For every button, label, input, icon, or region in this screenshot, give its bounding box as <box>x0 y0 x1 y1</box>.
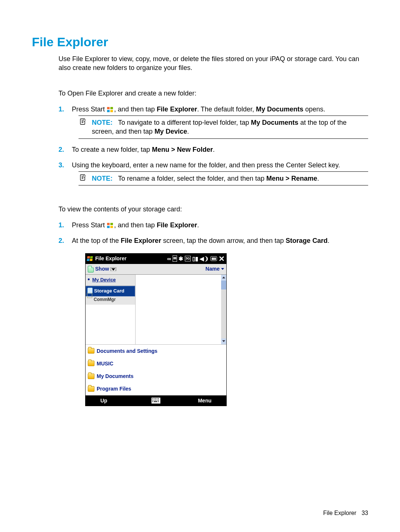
scrollbar[interactable] <box>221 275 226 344</box>
step3: Using the keyboard, enter a new name for… <box>59 160 368 185</box>
svg-rect-11 <box>157 400 157 401</box>
sec2-step2: At the top of the File Explorer screen, … <box>59 236 368 406</box>
tree-truncated: CommMgr <box>86 297 135 304</box>
note-label: NOTE: <box>92 119 113 126</box>
softkey-menu[interactable]: Menu <box>198 397 211 404</box>
file-label: Documents and Settings <box>97 347 157 355</box>
s2s2-b: File Explorer <box>121 237 161 244</box>
tree-selected[interactable]: Storage Card <box>86 286 135 297</box>
s2s1-a: Press Start <box>72 221 107 229</box>
scroll-thumb[interactable] <box>221 281 226 290</box>
list-item[interactable]: Documents and Settings <box>86 344 226 357</box>
file-label: MUSIC <box>97 360 113 367</box>
list-item[interactable]: Program Files <box>86 382 226 395</box>
windows-flag-icon <box>107 107 114 112</box>
step2-text-c: . <box>213 146 215 153</box>
device-titlebar: File Explorer ∞ ✉ ✱ 3G ▯▮ ◀❩ ▮▮▮ ✕ <box>86 254 226 264</box>
svg-rect-14 <box>154 401 157 402</box>
chevron-up-icon <box>222 277 225 278</box>
file-list <box>135 275 226 344</box>
sd-card-icon <box>88 266 94 272</box>
file-label: Program Files <box>97 385 131 392</box>
step2-text-a: To create a new folder, tap <box>72 146 152 153</box>
keyboard-icon[interactable] <box>151 398 160 404</box>
section2-lead: To view the contents of your storage car… <box>59 205 368 214</box>
device-screenshot: File Explorer ∞ ✉ ✱ 3G ▯▮ ◀❩ ▮▮▮ ✕ <box>85 253 227 406</box>
sec2-step1: Press Start , and then tap File Explorer… <box>59 220 368 230</box>
svg-rect-12 <box>158 400 159 401</box>
svg-rect-6 <box>157 398 157 399</box>
note2-text-c: . <box>317 175 319 182</box>
note-label: NOTE: <box>92 175 113 182</box>
network-3g-icon: 3G <box>185 256 191 261</box>
note-1: NOTE: To navigate to a different top-lev… <box>79 116 368 139</box>
folder-icon <box>88 386 94 392</box>
step3-text: Using the keyboard, enter a new name for… <box>72 161 340 169</box>
scroll-up-button[interactable] <box>221 275 226 281</box>
show-label: Show <box>95 265 109 272</box>
show-dropdown[interactable]: Show <box>88 265 116 272</box>
step2-bold: Menu > New Folder <box>152 146 213 153</box>
step1-bold-1: File Explorer <box>157 106 197 113</box>
bullet-icon <box>88 278 90 280</box>
footer-label: File Explorer <box>323 510 356 516</box>
s2s1-c: File Explorer <box>157 221 197 229</box>
step1-text-f: opens. <box>303 106 325 113</box>
intro-paragraph: Use File Explorer to view, copy, move, o… <box>59 54 368 73</box>
step1-bold-2: My Documents <box>256 106 303 113</box>
folder-tree: My Device Storage Card CommMgr <box>86 275 135 344</box>
connectivity-icon: ∞ <box>167 255 171 263</box>
dropdown-arrow-icon <box>110 267 116 271</box>
softkey-bar: Up Menu <box>86 395 226 406</box>
scroll-down-button[interactable] <box>221 338 226 344</box>
list-item[interactable]: My Documents <box>86 370 226 382</box>
softkey-up[interactable]: Up <box>100 397 107 404</box>
volume-icon: ◀❩ <box>200 255 209 263</box>
svg-rect-10 <box>155 400 156 401</box>
list-item[interactable]: MUSIC <box>86 357 226 370</box>
step1: Press Start , and then tap File Explorer… <box>59 104 368 139</box>
tree-root[interactable]: My Device <box>86 275 135 286</box>
start-flag-icon[interactable] <box>87 256 93 261</box>
s2s2-e: . <box>327 237 329 244</box>
s2s1-d: . <box>197 221 199 229</box>
svg-rect-8 <box>152 400 153 401</box>
mail-icon: ✉ <box>173 255 177 262</box>
tree-root-label: My Device <box>92 277 116 282</box>
signal-icon: ▯▮ <box>192 255 198 263</box>
tree-trunc-label: CommMgr <box>94 297 116 302</box>
page-number: 33 <box>361 510 368 516</box>
step1-text-d: . The default folder, <box>197 106 256 113</box>
note1-bold-1: My Documents <box>251 119 299 126</box>
battery-icon: ▮▮▮ <box>210 256 217 261</box>
tree-selected-label: Storage Card <box>94 288 124 294</box>
note-icon <box>79 174 87 181</box>
note-icon <box>79 118 87 126</box>
windows-flag-icon <box>107 223 114 228</box>
step1-text-b: , and then tap <box>114 106 157 113</box>
svg-rect-4 <box>154 398 154 399</box>
svg-rect-3 <box>152 398 153 399</box>
folder-icon <box>87 293 92 298</box>
file-label: My Documents <box>97 372 134 380</box>
s2s2-a: At the top of the <box>72 237 121 244</box>
device-title: File Explorer <box>95 255 127 262</box>
folder-icon <box>88 361 94 366</box>
step2: To create a new folder, tap Menu > New F… <box>59 145 368 154</box>
name-label: Name <box>206 265 220 272</box>
svg-rect-7 <box>158 398 159 399</box>
svg-rect-15 <box>158 401 159 402</box>
bluetooth-icon: ✱ <box>179 255 183 263</box>
page-footer: File Explorer 33 <box>323 510 368 516</box>
section-heading: File Explorer <box>32 35 368 49</box>
note2-text-a: To rename a folder, select the folder, a… <box>118 175 266 182</box>
sort-dropdown[interactable]: Name <box>206 265 224 272</box>
note-2: NOTE: To rename a folder, select the fol… <box>79 171 368 185</box>
device-toolbar: Show Name <box>86 264 226 275</box>
close-icon[interactable]: ✕ <box>219 255 225 262</box>
note1-text-e: . <box>187 128 189 135</box>
note2-bold: Menu > Rename <box>266 175 317 182</box>
step1-text-a: Press Start <box>72 106 107 113</box>
folder-icon <box>88 374 94 379</box>
note1-text-a: To navigate to a different top-level fol… <box>118 119 251 126</box>
